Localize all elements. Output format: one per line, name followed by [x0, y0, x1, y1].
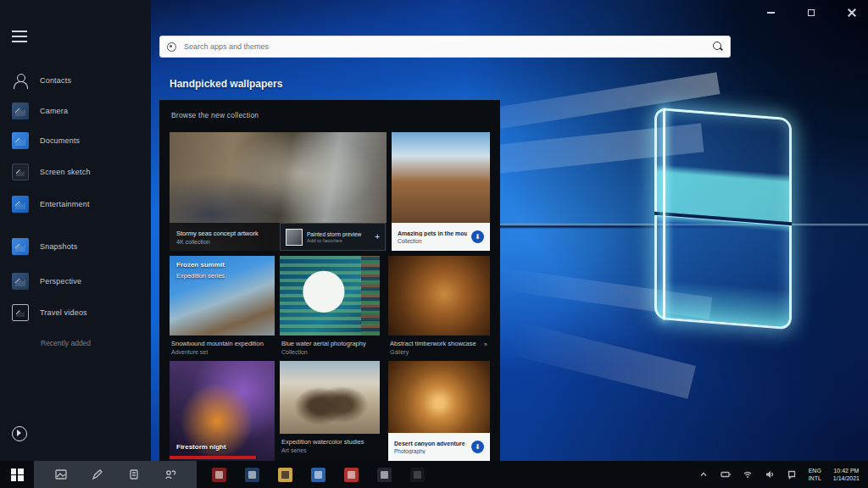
tile-subtitle: Gallery: [390, 349, 490, 355]
notification-card[interactable]: Painted storm preview Add to favorites +: [280, 223, 386, 251]
sidebar-item-label: Perspective: [40, 277, 81, 286]
search-icon[interactable]: [713, 42, 723, 52]
system-tray: ENG INTL 10:42 PM 1/14/2021: [698, 467, 868, 482]
sidebar-item-label: Travel videos: [40, 308, 87, 317]
assistant-icon: [167, 42, 176, 52]
clock[interactable]: 10:42 PM 1/14/2021: [833, 467, 860, 482]
content-panel: Browse the new collection Stormy seas co…: [159, 100, 500, 461]
snapshots-tile-icon: [12, 238, 29, 255]
tile-subtitle: Adventure set: [171, 349, 264, 355]
window-controls: [761, 5, 861, 20]
search-bar[interactable]: [159, 36, 731, 58]
clock-date: 1/14/2021: [833, 474, 860, 482]
sidebar-item-sketch[interactable]: Screen sketch: [12, 161, 147, 183]
perspective-tile-icon: [12, 273, 29, 290]
add-icon[interactable]: +: [375, 232, 380, 241]
restore-icon: [808, 9, 815, 16]
chevron-more-icon[interactable]: »: [484, 341, 487, 347]
sidebar-item-label: Screen sketch: [40, 168, 91, 176]
sidebar-item-label: Contacts: [40, 76, 71, 85]
tile-subtitle: Collection: [281, 349, 366, 355]
taskbar-pinned-apps: [212, 468, 425, 482]
tile-artwork: [388, 256, 490, 336]
close-button[interactable]: [843, 5, 861, 20]
sidebar-item-entertainment[interactable]: Entertainment: [12, 193, 147, 215]
app-icon-3[interactable]: [278, 468, 292, 482]
wifi-icon[interactable]: [743, 469, 753, 480]
tile-caption-card: Desert canyon adventure pack Photography…: [388, 433, 490, 461]
media-tile[interactable]: Stormy seas concept artwork 4K collectio…: [170, 132, 387, 251]
start-sidebar: Contacts Camera Documents Screen sketch …: [0, 0, 151, 461]
restore-button[interactable]: [802, 5, 821, 20]
sidebar-item-travel[interactable]: Travel videos: [12, 302, 147, 324]
battery-icon[interactable]: [721, 469, 731, 480]
media-tile[interactable]: Amazing pets in the mountains Collection…: [392, 132, 490, 251]
media-tile[interactable]: [280, 256, 380, 336]
media-tile[interactable]: Firestorm night: [170, 361, 275, 461]
tile-caption: Abstract timberwork showcase Gallery »: [390, 340, 490, 355]
store-badge-icon[interactable]: ⬇: [471, 441, 484, 453]
start-button[interactable]: [0, 461, 34, 488]
sidebar-item-documents[interactable]: Documents: [12, 130, 147, 152]
power-icon[interactable]: [12, 426, 27, 441]
tile-caption: Blue water aerial photography Collection: [281, 340, 366, 355]
media-tile[interactable]: Frozen summit Expedition series: [170, 256, 275, 336]
hamburger-menu-icon[interactable]: [12, 30, 27, 42]
minimize-icon: [767, 12, 775, 14]
tile-subtitle: Collection: [398, 238, 467, 244]
media-tile[interactable]: Desert canyon adventure pack Photography…: [388, 361, 490, 461]
clipboard-icon: [128, 469, 140, 480]
travel-tile-icon: [12, 304, 29, 321]
chevron-up-icon[interactable]: [698, 469, 709, 480]
tile-title: Abstract timberwork showcase: [390, 340, 485, 347]
sidebar-item-snapshots[interactable]: Snapshots: [12, 236, 147, 258]
camera-tile-icon: [12, 103, 29, 119]
language-line2: INTL: [809, 474, 821, 482]
sidebar-item-camera[interactable]: Camera: [12, 100, 147, 122]
app-icon-5[interactable]: [344, 468, 359, 482]
taskbar-search-box[interactable]: [34, 461, 197, 488]
person-icon: [12, 72, 29, 89]
tile-title: Expedition watercolor studies: [281, 438, 364, 446]
card-subtitle: Add to favorites: [307, 238, 370, 243]
sidebar-footer-link[interactable]: Recently added: [41, 339, 91, 347]
search-input[interactable]: [182, 42, 707, 52]
app-icon-1[interactable]: [212, 468, 226, 482]
app-icon-2[interactable]: [245, 468, 259, 482]
progress-bar: [170, 456, 256, 459]
windows-logo: [654, 108, 792, 330]
speaker-icon[interactable]: [765, 469, 775, 480]
picture-icon: [55, 469, 67, 480]
app-icon-6[interactable]: [377, 468, 392, 482]
sketch-tile-icon: [12, 164, 29, 180]
taskbar: ENG INTL 10:42 PM 1/14/2021: [0, 461, 868, 488]
tile-subtitle: Art series: [281, 447, 364, 453]
windows-start-icon: [11, 469, 24, 481]
tile-artwork: [280, 361, 380, 434]
tile-title: Snowbound mountain expedition: [171, 340, 264, 347]
notification-icon[interactable]: [787, 469, 797, 480]
sidebar-item-label: Documents: [40, 136, 80, 145]
desktop: Contacts Camera Documents Screen sketch …: [0, 0, 868, 488]
language-line1: ENG: [809, 467, 821, 474]
panel-header: Browse the new collection: [171, 111, 259, 119]
sidebar-item-label: Snapshots: [40, 242, 77, 251]
tile-subtitle: Photography: [394, 448, 467, 454]
sidebar-item-label: Entertainment: [40, 200, 90, 208]
tile-title: Amazing pets in the mountains: [398, 230, 467, 236]
sidebar-item-contacts[interactable]: Contacts: [12, 69, 147, 92]
app-icon-7[interactable]: [410, 468, 425, 482]
entertainment-tile-icon: [12, 196, 29, 213]
store-badge-icon[interactable]: ⬇: [471, 230, 484, 243]
tile-caption: Expedition watercolor studies Art series: [281, 438, 364, 453]
minimize-button[interactable]: [761, 5, 780, 20]
page-title: Handpicked wallpapers: [170, 78, 282, 90]
language-indicator[interactable]: ENG INTL: [809, 467, 821, 482]
sidebar-item-perspective[interactable]: Perspective: [12, 270, 147, 292]
media-tile[interactable]: [280, 361, 380, 434]
tile-title: Desert canyon adventure pack: [394, 441, 467, 446]
media-tile[interactable]: [388, 256, 490, 336]
app-icon-4[interactable]: [311, 468, 326, 482]
people-icon: [164, 469, 176, 480]
clock-time: 10:42 PM: [833, 467, 860, 474]
